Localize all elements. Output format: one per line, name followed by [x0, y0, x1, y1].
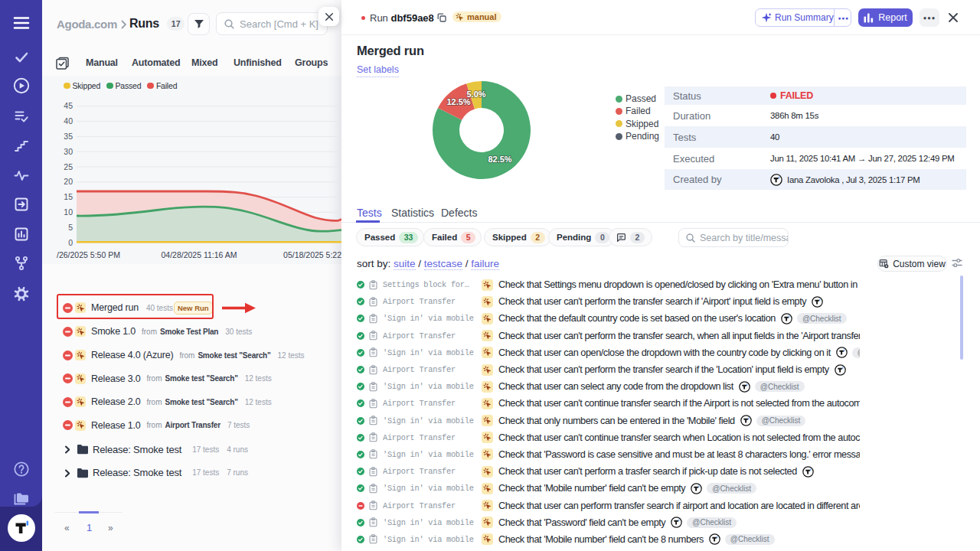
- svg-text:05/18/2025 5:22: 05/18/2025 5:22: [283, 250, 341, 259]
- svg-text:30: 30: [64, 147, 73, 156]
- svg-text:40: 40: [64, 116, 73, 126]
- svg-text:25: 25: [64, 162, 73, 171]
- svg-text:10: 10: [64, 207, 73, 217]
- svg-text:82.5%: 82.5%: [488, 155, 511, 164]
- svg-text:/26/2025 5:50 PM: /26/2025 5:50 PM: [57, 250, 120, 259]
- svg-text:5.0%: 5.0%: [466, 90, 485, 99]
- svg-text:45: 45: [64, 101, 73, 110]
- svg-text:0: 0: [68, 238, 73, 247]
- svg-text:5: 5: [68, 223, 73, 232]
- svg-text:04/28/2025 11:16 AM: 04/28/2025 11:16 AM: [161, 250, 237, 259]
- svg-text:35: 35: [64, 132, 73, 141]
- svg-text:15: 15: [64, 192, 73, 201]
- svg-text:20: 20: [64, 177, 73, 186]
